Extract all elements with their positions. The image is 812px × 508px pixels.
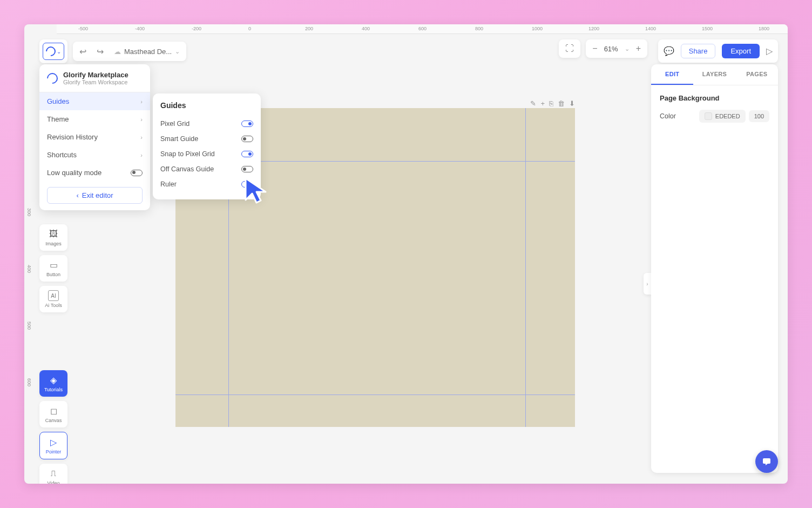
ruler-tick: -500 bbox=[78, 26, 88, 31]
undo-button[interactable]: ↩ bbox=[76, 45, 89, 58]
top-toolbar: ⌄ ↩ ↪ ☁ Masthead De... ⌄ bbox=[39, 39, 186, 63]
canvas-toolbar: ✎ + ⎘ 🗑 ⬇ bbox=[530, 99, 575, 108]
add-icon[interactable]: + bbox=[540, 99, 545, 108]
submenu-item-smart-guide[interactable]: Smart Guide bbox=[160, 131, 253, 146]
ruler-tick-v: 600 bbox=[26, 378, 32, 386]
share-button[interactable]: Share bbox=[681, 44, 716, 58]
edit-icon[interactable]: ✎ bbox=[530, 99, 536, 108]
menu-label: Revision History bbox=[47, 133, 98, 141]
copy-icon[interactable]: ⎘ bbox=[549, 99, 553, 108]
button-icon: ▭ bbox=[48, 259, 59, 270]
toggle-off-canvas[interactable] bbox=[241, 166, 253, 172]
chevron-right-icon: › bbox=[140, 134, 143, 141]
chevron-down-icon[interactable]: ⌄ bbox=[625, 45, 630, 52]
tab-pages[interactable]: PAGES bbox=[736, 64, 778, 85]
tool-button[interactable]: ▭ Button bbox=[39, 255, 67, 282]
panel-tabs: EDIT LAYERS PAGES bbox=[651, 64, 778, 85]
guide-vertical[interactable] bbox=[525, 108, 526, 427]
zoom-in-button[interactable]: + bbox=[636, 44, 641, 54]
chevron-right-icon: › bbox=[140, 116, 143, 123]
color-label: Color bbox=[660, 112, 696, 120]
wave-icon: ⎍ bbox=[48, 468, 59, 479]
ruler-horizontal: -500 -400 -200 0 200 400 600 800 1000 12… bbox=[57, 24, 788, 34]
submenu-label: Pixel Grid bbox=[160, 120, 190, 128]
color-value: EDEDED bbox=[715, 113, 740, 119]
app-window: -500 -400 -200 0 200 400 600 800 1000 12… bbox=[24, 24, 788, 484]
toggle-smart-guide[interactable] bbox=[241, 136, 253, 142]
left-toolbox-bottom: ◈ Tutorials ◻ Canvas ▷ Pointer ⎍ Video bbox=[39, 370, 67, 484]
menu-label: Guides bbox=[47, 97, 69, 105]
chat-icon bbox=[761, 456, 772, 467]
tool-pointer[interactable]: ▷ Pointer bbox=[39, 432, 67, 459]
zoom-toolbar: ⛶ − 61% ⌄ + bbox=[559, 39, 647, 58]
opacity-input[interactable]: 100 bbox=[749, 110, 769, 122]
export-button[interactable]: Export bbox=[722, 44, 760, 58]
fit-icon[interactable]: ⛶ bbox=[565, 44, 574, 54]
tool-images[interactable]: 🖼 Images bbox=[39, 224, 67, 251]
menu-item-revision-history[interactable]: Revision History › bbox=[39, 128, 150, 146]
redo-button[interactable]: ↪ bbox=[93, 45, 106, 58]
main-menu-dropdown: Glorify Marketplace Glorify Team Workspa… bbox=[39, 64, 150, 210]
tool-canvas[interactable]: ◻ Canvas bbox=[39, 401, 67, 427]
pointer-icon: ▷ bbox=[48, 437, 59, 447]
ai-icon: AI bbox=[48, 290, 59, 301]
tool-label: Video bbox=[42, 480, 65, 484]
submenu-label: Ruler bbox=[160, 181, 177, 188]
tool-video[interactable]: ⎍ Video bbox=[39, 464, 67, 484]
document-name[interactable]: ☁ Masthead De... ⌄ bbox=[111, 48, 183, 56]
chevron-right-icon: › bbox=[140, 152, 143, 158]
ruler-tick: 1200 bbox=[588, 26, 599, 31]
comment-icon[interactable]: 💬 bbox=[664, 46, 674, 56]
ruler-tick: 200 bbox=[305, 26, 313, 31]
ruler-tick-v: 300 bbox=[26, 208, 32, 216]
ruler-tick-v: 400 bbox=[26, 265, 32, 273]
share-export-bar: 💬 Share Export ▷ bbox=[658, 39, 778, 63]
tool-tutorials[interactable]: ◈ Tutorials bbox=[39, 370, 67, 397]
submenu-item-pixel-grid[interactable]: Pixel Grid bbox=[160, 116, 253, 131]
chat-support-button[interactable] bbox=[755, 450, 778, 473]
submenu-item-ruler[interactable]: Ruler bbox=[160, 177, 253, 192]
collapse-panel-button[interactable]: › bbox=[644, 273, 651, 295]
doc-name-label: Masthead De... bbox=[124, 48, 172, 56]
chevron-right-icon: › bbox=[140, 98, 143, 105]
toggle-pixel-grid[interactable] bbox=[241, 121, 253, 127]
tab-edit[interactable]: EDIT bbox=[651, 64, 693, 85]
play-icon[interactable]: ▷ bbox=[766, 46, 773, 56]
submenu-item-snap[interactable]: Snap to Pixel Grid bbox=[160, 146, 253, 162]
workspace-title: Glorify Marketplace bbox=[63, 71, 128, 79]
ruler-tick: -400 bbox=[135, 26, 145, 31]
zoom-value[interactable]: 61% bbox=[604, 45, 618, 53]
ruler-tick: 1400 bbox=[645, 26, 656, 31]
menu-item-low-quality[interactable]: Low quality mode bbox=[39, 164, 150, 182]
zoom-out-button[interactable]: − bbox=[592, 44, 597, 54]
tool-ai[interactable]: AI Ai Tools bbox=[39, 286, 67, 312]
main-menu-button[interactable]: ⌄ bbox=[43, 43, 64, 60]
submenu-item-off-canvas[interactable]: Off Canvas Guide bbox=[160, 162, 253, 177]
ruler-tick-v: 500 bbox=[26, 322, 32, 330]
color-input[interactable]: EDEDED bbox=[699, 110, 746, 123]
image-icon: 🖼 bbox=[48, 229, 59, 239]
cursor-pointer-demo bbox=[243, 176, 275, 210]
submenu-label: Snap to Pixel Grid bbox=[160, 150, 215, 158]
menu-label: Shortcuts bbox=[47, 151, 77, 159]
glorify-logo-icon bbox=[45, 70, 60, 85]
section-title: Page Background bbox=[660, 94, 769, 102]
tab-layers[interactable]: LAYERS bbox=[693, 64, 735, 85]
menu-item-theme[interactable]: Theme › bbox=[39, 110, 150, 128]
submenu-label: Off Canvas Guide bbox=[160, 165, 214, 173]
trash-icon[interactable]: 🗑 bbox=[558, 99, 565, 108]
color-swatch bbox=[705, 112, 712, 120]
square-icon: ◻ bbox=[48, 405, 59, 416]
tool-label: Ai Tools bbox=[42, 303, 65, 308]
download-icon[interactable]: ⬇ bbox=[569, 99, 575, 108]
menu-item-guides[interactable]: Guides › bbox=[39, 92, 150, 110]
toggle-low-quality[interactable] bbox=[131, 170, 143, 176]
cloud-icon: ☁ bbox=[114, 48, 121, 56]
properties-panel: EDIT LAYERS PAGES Page Background Color … bbox=[651, 64, 778, 473]
guide-horizontal[interactable] bbox=[175, 395, 575, 395]
toggle-snap[interactable] bbox=[241, 151, 253, 157]
exit-editor-button[interactable]: ‹ Exit editor bbox=[47, 187, 143, 204]
menu-item-shortcuts[interactable]: Shortcuts › bbox=[39, 146, 150, 164]
chevron-down-icon: ⌄ bbox=[57, 49, 61, 55]
submenu-label: Smart Guide bbox=[160, 135, 198, 143]
